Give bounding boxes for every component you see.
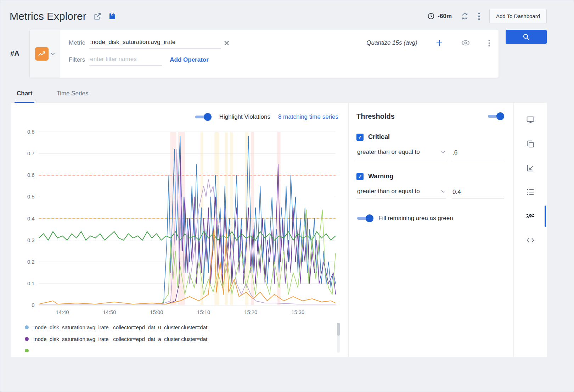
warning-condition-value: greater than or equal to [357,188,420,195]
tab-time-series[interactable]: Time Series [54,90,90,103]
threshold-icon [526,212,535,220]
view-tabs: Chart Time Series [15,90,574,103]
kebab-menu-icon[interactable] [478,12,480,21]
rail-item-display[interactable] [514,108,547,132]
legend-item[interactable]: :node_disk_saturation:avg_irate _collect… [25,321,339,333]
warning-condition-select[interactable]: greater than or equal to [356,188,446,198]
timeseries-metric-icon [35,47,49,61]
legend-item[interactable] [25,345,339,352]
chart-svg[interactable]: 00.10.20.30.40.50.60.70.814:4014:5015:00… [21,125,339,319]
add-to-dashboard-button[interactable]: Add To Dashboard [489,9,547,23]
trend-chart-icon [526,164,535,172]
svg-text:0.4: 0.4 [27,216,35,222]
copy-icon [526,140,535,148]
time-range-picker[interactable]: -60m [427,12,452,20]
view-options-rail [513,103,547,357]
eye-icon[interactable] [461,40,470,46]
fill-green-label: Fill remaining area as green [378,215,453,222]
time-range-value: -60m [438,13,452,20]
chevron-down-icon [441,151,445,153]
fill-green-toggle[interactable] [356,214,373,223]
query-kebab-menu-icon[interactable] [488,39,490,47]
warning-checkbox[interactable]: ✓ [356,173,364,180]
svg-text:14:40: 14:40 [56,309,69,315]
run-query-button[interactable] [506,30,547,44]
query-card: Metric Quantize 15s (avg) [29,30,499,78]
timeseries-chart[interactable]: 00.10.20.30.40.50.60.70.814:4014:5015:00… [21,125,339,319]
fill-green-row: Fill remaining area as green [356,214,504,223]
svg-text:0.2: 0.2 [27,259,35,265]
chevron-down-icon [51,52,55,55]
svg-text:0.3: 0.3 [27,237,35,243]
search-icon [523,33,530,40]
legend-scrollbar[interactable] [337,323,340,353]
svg-text:0.5: 0.5 [27,194,35,200]
critical-checkbox-row[interactable]: ✓ Critical [356,133,504,141]
legend-color-dot [25,349,29,352]
svg-text:0.6: 0.6 [27,172,35,178]
thresholds-panel: Thresholds ✓ Critical greater than or eq… [348,103,513,357]
filters-input[interactable] [89,54,162,66]
rail-item-compare[interactable] [514,132,547,156]
rail-item-code[interactable] [514,228,547,252]
svg-text:0.8: 0.8 [27,129,35,135]
filters-field-label: Filters [69,56,85,63]
metric-input[interactable] [89,37,221,49]
rail-item-thresholds[interactable] [514,204,547,228]
main-content: Highlight Violations 8 matching time ser… [11,103,547,357]
critical-condition-value: greater than or equal to [357,149,420,156]
legend-label: :node_disk_saturation:avg_irate _collect… [33,336,207,342]
clock-icon [427,12,435,20]
rail-item-list[interactable] [514,180,547,204]
svg-text:15:00: 15:00 [150,309,163,315]
warning-label: Warning [368,173,393,180]
svg-text:0.7: 0.7 [27,151,35,156]
highlight-violations-label: Highlight Violations [219,113,270,121]
list-icon [526,188,535,196]
page-header: Metrics Explorer -60m Add To Dashboard [0,0,574,30]
legend-label: :node_disk_saturation:avg_irate _collect… [33,324,207,330]
tab-chart[interactable]: Chart [15,90,34,103]
code-icon [526,237,535,244]
save-icon[interactable] [108,12,116,20]
svg-text:15:20: 15:20 [244,309,257,315]
add-query-icon[interactable] [436,39,443,46]
chevron-down-icon [441,190,445,193]
rail-item-trend[interactable] [514,156,547,180]
thresholds-title: Thresholds [356,112,395,121]
page-title: Metrics Explorer [10,10,86,22]
add-operator-button[interactable]: Add Operator [170,56,209,63]
legend-color-dot [25,337,29,341]
svg-text:0.1: 0.1 [27,281,35,286]
warning-checkbox-row[interactable]: ✓ Warning [356,173,504,180]
warning-value-input[interactable] [452,187,504,198]
legend-item[interactable]: :node_disk_saturation:avg_irate _collect… [25,333,339,345]
svg-text:15:10: 15:10 [197,309,210,315]
svg-text:14:50: 14:50 [103,309,116,315]
query-row: #A Metric Quantize 15s (avg) [0,30,574,78]
refresh-icon[interactable] [461,12,469,20]
matching-series-link[interactable]: 8 matching time series [278,113,338,121]
legend-color-dot [25,325,29,329]
svg-text:15:30: 15:30 [291,309,304,315]
clear-metric-icon[interactable] [224,40,229,46]
monitor-icon [526,116,535,124]
query-row-label: #A [0,30,29,57]
critical-label: Critical [368,133,390,141]
highlight-violations-toggle[interactable] [195,113,212,121]
metric-field-label: Metric [69,39,85,46]
metric-type-selector[interactable] [30,30,60,78]
critical-condition-select[interactable]: greater than or equal to [356,149,446,159]
share-icon[interactable] [94,12,101,20]
critical-value-input[interactable] [452,148,504,159]
thresholds-toggle[interactable] [487,112,504,121]
chart-legend: :node_disk_saturation:avg_irate _collect… [25,321,339,352]
svg-text:0: 0 [32,302,34,308]
quantize-setting[interactable]: Quantize 15s (avg) [366,39,417,46]
chart-panel: Highlight Violations 8 matching time ser… [11,103,348,357]
critical-checkbox[interactable]: ✓ [356,134,364,141]
